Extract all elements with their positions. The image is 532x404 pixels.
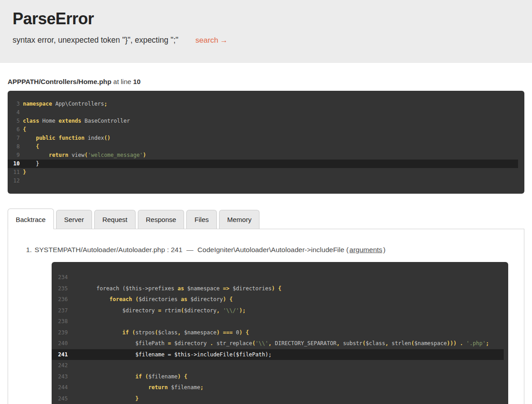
line-number: 242 [52, 360, 68, 371]
source-code-block: 3namespace App\Controllers;45class Home … [8, 91, 524, 194]
tab-bar: Backtrace Server Request Response Files … [8, 209, 524, 229]
code-line: 244 return $filename; [52, 382, 504, 393]
code-text: $directory = rtrim($directory, '\\/'); [70, 305, 246, 316]
code-line: 4 [8, 108, 518, 117]
line-number: 236 [52, 294, 68, 305]
tab-server[interactable]: Server [56, 210, 92, 229]
code-text: } [23, 160, 39, 168]
line-number: 237 [52, 305, 68, 316]
arguments-toggle-link[interactable]: arguments [349, 246, 382, 253]
error-header: ParseError syntax error, unexpected toke… [0, 0, 532, 63]
code-text: foreach ($this->prefixes as $namespace =… [70, 283, 281, 294]
code-text: foreach ($directories as $directory) { [70, 294, 233, 305]
line-number: 3 [8, 100, 20, 108]
code-line-highlighted: 10 } [8, 160, 518, 168]
code-line: 6{ [8, 125, 518, 134]
code-line: 9 return view('welcome_message') [8, 151, 518, 160]
backtrace-list: 1.SYSTEMPATH/Autoloader/Autoloader.php :… [8, 229, 524, 404]
code-line: 234 [52, 272, 504, 283]
code-text: { [23, 142, 39, 151]
code-line: 8 { [8, 142, 518, 151]
line-number: 235 [52, 283, 68, 294]
code-line: 235 foreach ($this->prefixes as $namespa… [52, 283, 504, 294]
code-text: $filename = $this->includeFile($filePath… [70, 349, 272, 360]
code-line: 236 foreach ($directories as $directory)… [52, 294, 504, 305]
line-number: 234 [52, 272, 68, 283]
line-number: 6 [8, 125, 20, 134]
tab-backtrace[interactable]: Backtrace [8, 209, 54, 229]
line-number: 243 [52, 371, 68, 382]
code-line: 243 if ($filename) { [52, 371, 504, 382]
source-file-path: APPPATH/Controllers/Home.php [8, 78, 111, 85]
line-number: 239 [52, 327, 68, 338]
source-file-line-number: 10 [133, 78, 141, 85]
tab-memory[interactable]: Memory [219, 210, 259, 229]
line-number: 11 [8, 168, 20, 177]
line-number: 12 [8, 177, 20, 185]
backtrace-item-number: 1. [26, 246, 32, 253]
code-line: 12 [8, 177, 518, 185]
code-line: 3namespace App\Controllers; [8, 100, 518, 108]
error-message: syntax error, unexpected token "}", expe… [13, 36, 178, 45]
tab-request[interactable]: Request [94, 210, 136, 229]
code-text: } [70, 393, 139, 404]
error-message-row: syntax error, unexpected token "}", expe… [13, 36, 519, 45]
backtrace-close-paren: ) [383, 246, 386, 253]
line-number: 240 [52, 338, 68, 349]
code-text: $filePath = $directory . str_replace('\\… [70, 338, 489, 349]
code-line: 245 } [52, 393, 504, 404]
code-line: 5class Home extends BaseController [8, 117, 518, 125]
backtrace-item: 1.SYSTEMPATH/Autoloader/Autoloader.php :… [26, 246, 515, 254]
code-line: 239 if (strpos($class, $namespace) === 0… [52, 327, 504, 338]
source-file-infix: at line [113, 78, 131, 85]
code-text: } [23, 168, 26, 177]
line-number: 245 [52, 393, 68, 404]
page-title: ParseError [13, 9, 519, 28]
line-number: 4 [8, 108, 20, 117]
line-number: 5 [8, 117, 20, 125]
search-link-label: search [195, 36, 218, 44]
code-text: { [23, 125, 26, 134]
backtrace-panel: 1.SYSTEMPATH/Autoloader/Autoloader.php :… [8, 229, 524, 404]
code-line: 242 [52, 360, 504, 371]
backtrace-separator: — [186, 246, 193, 253]
code-line: 7 public function index() [8, 134, 518, 142]
tab-files[interactable]: Files [186, 210, 217, 229]
line-number: 8 [8, 142, 20, 151]
line-number: 7 [8, 134, 20, 142]
page: ParseError syntax error, unexpected toke… [0, 0, 532, 404]
search-link[interactable]: search→ [195, 36, 228, 45]
code-text: namespace App\Controllers; [23, 100, 107, 108]
code-text: if (strpos($class, $namespace) === 0) { [70, 327, 249, 338]
line-number: 241 [52, 349, 68, 360]
backtrace-code-block: 234235 foreach ($this->prefixes as $name… [52, 262, 508, 404]
code-text: return $filename; [70, 382, 203, 393]
code-text: public function index() [23, 134, 110, 142]
tab-response[interactable]: Response [138, 210, 185, 229]
line-number: 10 [8, 160, 20, 168]
code-line: 11} [8, 168, 518, 177]
arrow-right-icon: → [220, 36, 228, 44]
line-number: 238 [52, 316, 68, 327]
code-line: 238 [52, 316, 504, 327]
backtrace-file-location: SYSTEMPATH/Autoloader/Autoloader.php : 2… [35, 246, 182, 253]
line-number: 9 [8, 151, 20, 160]
line-number: 244 [52, 382, 68, 393]
code-text: class Home extends BaseController [23, 117, 130, 125]
source-file-heading: APPPATH/Controllers/Home.php at line 10 [8, 78, 524, 85]
code-text: return view('welcome_message') [23, 151, 146, 160]
code-line: 237 $directory = rtrim($directory, '\\/'… [52, 305, 504, 316]
backtrace-function-signature: CodeIgniter\Autoloader\Autoloader->inclu… [198, 246, 348, 253]
code-text: if ($filename) { [70, 371, 187, 382]
code-line-highlighted: 241 $filename = $this->includeFile($file… [52, 349, 504, 360]
code-line: 240 $filePath = $directory . str_replace… [52, 338, 504, 349]
